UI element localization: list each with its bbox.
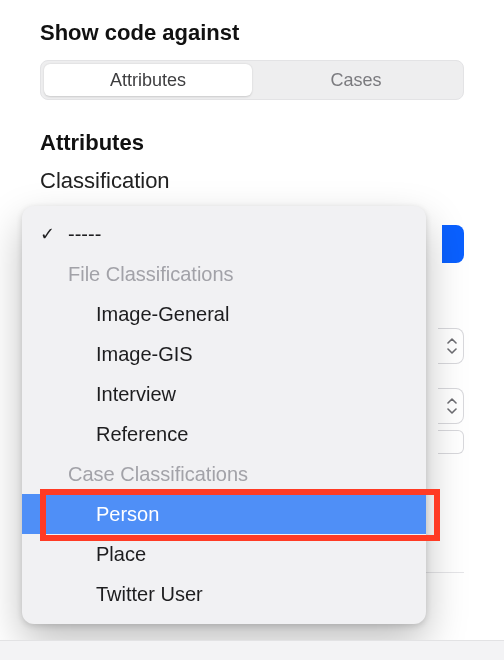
dropdown-item-place[interactable]: Place <box>22 534 426 574</box>
segment-attributes[interactable]: Attributes <box>44 64 252 96</box>
dropdown-item-none[interactable]: ✓ ----- <box>22 214 426 254</box>
dropdown-item-image-general[interactable]: Image-General <box>22 294 426 334</box>
dropdown-item-label: ----- <box>68 223 426 246</box>
chevron-updown-icon <box>447 398 457 414</box>
hidden-field-edge <box>438 430 464 454</box>
classification-select-indicator[interactable] <box>442 225 464 263</box>
dropdown-item-person[interactable]: Person <box>22 494 426 534</box>
dropdown-item-interview[interactable]: Interview <box>22 374 426 414</box>
bottom-bar <box>0 640 504 660</box>
dropdown-group-case-classifications: Case Classifications <box>22 454 426 494</box>
dropdown-item-twitter-user[interactable]: Twitter User <box>22 574 426 614</box>
dropdown-group-file-classifications: File Classifications <box>22 254 426 294</box>
dropdown-item-reference[interactable]: Reference <box>22 414 426 454</box>
hidden-select-1[interactable] <box>438 328 464 364</box>
dropdown-item-image-gis[interactable]: Image-GIS <box>22 334 426 374</box>
section-title: Show code against <box>40 20 464 46</box>
attributes-title: Attributes <box>40 130 464 156</box>
classification-label: Classification <box>40 168 464 194</box>
chevron-updown-icon <box>447 338 457 354</box>
checkmark-icon: ✓ <box>40 223 68 245</box>
hidden-select-2[interactable] <box>438 388 464 424</box>
segmented-control: Attributes Cases <box>40 60 464 100</box>
classification-dropdown: ✓ ----- File Classifications Image-Gener… <box>22 206 426 624</box>
segment-cases[interactable]: Cases <box>252 64 460 96</box>
